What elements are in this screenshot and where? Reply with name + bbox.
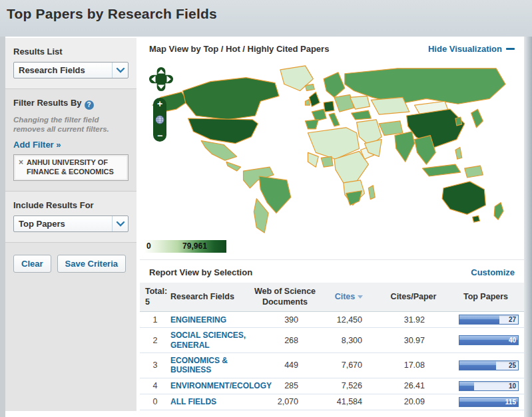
region-central-america [226,162,241,171]
top-papers-cell: 40 [447,335,524,345]
filter-section: Filter Results By? Changing the filter f… [5,89,136,192]
remove-filter-icon[interactable]: × [19,158,23,176]
app-window: Top Papers by Research Fields Results Li… [0,0,532,417]
help-icon[interactable]: ? [85,100,94,110]
bar-fill [459,382,474,390]
results-list-section: Results List Research Fields [5,38,136,89]
globe-icon[interactable] [155,115,164,124]
cites-cell: 7,670 [318,360,380,370]
zoom-in-button[interactable]: + [157,100,162,108]
country-india [395,132,415,162]
world-map[interactable]: + − [144,59,520,236]
table-row: 2 SOCIAL SCIENCES, GENERAL 268 8,300 30.… [140,328,524,353]
results-list-label: Results List [13,47,129,57]
field-link[interactable]: ENVIRONMENT/ECOLOGY [170,381,252,390]
column-cites[interactable]: Cites [318,292,380,303]
country-new-zealand [494,203,503,220]
chevron-down-icon [112,63,128,78]
cites-cell: 12,450 [318,315,380,325]
table-row: 4 ENVIRONMENT/ECOLOGY 285 7,526 26.41 10 [140,378,524,394]
save-criteria-button[interactable]: Save Criteria [57,255,127,273]
cites-per-paper-cell: 31.92 [380,315,447,325]
cites-per-paper-cell: 17.08 [380,360,447,370]
cites-cell: 7,526 [318,381,380,390]
rank-cell: 1 [140,315,170,325]
country-papua-new-guinea [465,166,483,178]
total-count: Total: 5 [140,287,170,307]
country-canada [183,78,279,120]
cites-cell: 8,300 [318,336,380,345]
table-row: 1 ENGINEERING 390 12,450 31.92 27 [140,312,524,328]
cites-per-paper-cell: 26.41 [380,381,447,390]
field-link[interactable]: ENGINEERING [170,315,252,325]
criteria-buttons-section: Clear Save Criteria [5,243,136,411]
field-link[interactable]: ECONOMICS & BUSINESS [170,356,252,375]
minus-icon [506,48,515,50]
legend-gradient: 0 79,961 [145,240,226,253]
cites-per-paper-cell: 20.09 [380,397,447,406]
clear-button[interactable]: Clear [13,255,51,273]
country-south-africa [346,191,362,206]
hide-visualization-link[interactable]: Hide Visualization [428,44,515,54]
country-philippines [455,147,462,159]
country-south-korea [455,117,462,126]
zoom-out-button[interactable]: − [157,132,162,140]
map-countries[interactable] [152,66,505,233]
country-uk [309,92,320,106]
include-results-dropdown[interactable]: Top Papers [13,215,129,232]
country-indonesia [422,164,460,176]
bar-fill [459,361,496,370]
field-link[interactable]: SOCIAL SCIENCES, GENERAL [170,331,252,350]
region-tasmania [473,215,480,222]
column-research-fields[interactable]: Research Fields [170,292,252,303]
filter-chip-label: ANHUI UNIVERSITY OF FINANCE & ECONOMICS [27,158,124,176]
country-ireland [305,99,310,105]
add-filter-link[interactable]: Add Filter » [13,140,61,150]
map-controls: + − [149,67,176,142]
country-kazakhstan [371,97,409,114]
column-cites-per-paper[interactable]: Cites/Paper [380,292,447,303]
country-france [312,109,326,121]
country-madagascar [368,186,375,200]
choropleth-map[interactable] [145,59,518,233]
top-papers-cell: 27 [447,315,524,325]
country-argentina [254,199,268,233]
filter-chip[interactable]: × ANHUI UNIVERSITY OF FINANCE & ECONOMIC… [13,154,129,180]
docs-cell: 285 [252,381,318,390]
country-iran [379,121,403,136]
table-row: 0 ALL FIELDS 2,070 41,584 20.09 115 [140,394,524,410]
docs-cell: 449 [252,360,318,370]
pan-control-icon[interactable] [149,67,173,91]
customize-link[interactable]: Customize [471,267,515,277]
rank-cell: 4 [140,381,170,390]
map-zoom-control: + − [153,98,166,142]
rank-cell: 0 [140,397,170,406]
table-row: 3 ECONOMICS & BUSINESS 449 7,670 17.08 2… [140,353,524,378]
legend-max-label: 79,961 [182,241,207,251]
field-link[interactable]: ALL FIELDS [170,397,252,406]
country-turkey [352,110,372,120]
page-header: Top Papers by Research Fields [0,0,532,37]
include-results-value: Top Papers [14,219,112,229]
country-spain [305,120,318,129]
include-results-section: Include Results For Top Papers [5,192,136,243]
docs-cell: 2,070 [252,397,318,406]
scrollbar[interactable] [524,37,532,417]
report-view-title: Report View by Selection [149,267,252,277]
top-papers-cell: 10 [447,381,524,391]
top-papers-cell: 115 [447,397,524,407]
country-russia [345,69,505,104]
results-list-dropdown[interactable]: Research Fields [13,62,129,78]
top-papers-bar: 10 [459,381,519,391]
cites-cell: 41,584 [318,397,380,406]
column-top-papers[interactable]: Top Papers [447,292,524,303]
region-west-africa [308,152,318,167]
column-wos-documents[interactable]: Web of Science Documents [252,287,318,307]
sort-desc-icon [358,295,363,299]
filter-note: Changing the filter field removes all cu… [13,115,129,135]
map-view-header: Map View by Top / Hot / Highly Cited Pap… [140,37,524,59]
main-panel: Map View by Top / Hot / Highly Cited Pap… [140,37,524,417]
include-results-label: Include Results For [13,200,129,210]
top-papers-value: 115 [505,398,516,406]
filter-by-label: Filter Results By? [13,98,129,110]
